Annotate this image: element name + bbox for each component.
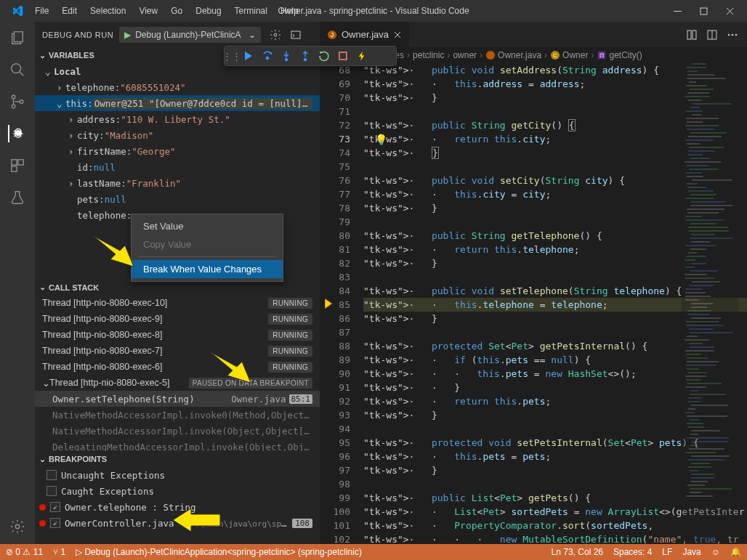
checkbox[interactable] — [50, 518, 60, 528]
stack-frame[interactable]: DelegatingMethodAccessorImpl.invoke(Obje… — [35, 439, 320, 451]
breadcrumb-item[interactable]: COwner — [550, 50, 588, 60]
menu-selection[interactable]: Selection — [84, 3, 132, 19]
breakpoint-dot-icon — [39, 520, 46, 527]
stack-frame[interactable]: NativeMethodAccessorImpl.invoke(Object,O… — [35, 423, 320, 439]
thread-row[interactable]: Thread [http-nio-8080-exec-10]RUNNING — [35, 295, 320, 311]
step-out-button[interactable] — [296, 46, 315, 65]
variable-row[interactable]: ›lastName: "Franklin" — [35, 175, 320, 191]
variable-row[interactable]: ›address: "110 W. Liberty St." — [35, 111, 320, 127]
compare-icon[interactable] — [686, 29, 698, 41]
search-icon[interactable] — [9, 61, 26, 78]
status-debug-target[interactable]: ▷ Debug (Launch)-PetClinicApplication<sp… — [76, 547, 362, 557]
continue-button[interactable] — [239, 46, 258, 65]
variable-row[interactable]: ›telephone: "6085551024" — [35, 79, 320, 95]
extensions-icon[interactable] — [9, 157, 26, 174]
svg-point-19 — [728, 33, 730, 36]
debug-icon[interactable] — [8, 125, 25, 142]
copy-value-item[interactable]: Copy Value — [132, 235, 283, 253]
status-bell-icon[interactable]: 🔔 — [730, 547, 741, 557]
breakpoint-row[interactable]: Caught Exceptions — [35, 483, 320, 499]
variable-row[interactable]: ›firstName: "George" — [35, 143, 320, 159]
minimap[interactable] — [682, 63, 738, 544]
menu-edit[interactable]: Edit — [56, 3, 83, 19]
split-editor-icon[interactable] — [706, 29, 718, 41]
debug-toolbar[interactable]: ⋮⋮ — [224, 46, 397, 66]
stack-frame[interactable]: NativeMethodAccessorImpl.invoke0(Method,… — [35, 407, 320, 423]
svg-point-22 — [486, 51, 495, 60]
variable-row[interactable]: id: null — [35, 159, 320, 175]
status-git[interactable]: ⑂ 1 — [53, 547, 65, 557]
svg-rect-17 — [693, 31, 696, 39]
breakpoint-dot-icon — [39, 504, 46, 511]
svg-point-4 — [12, 95, 15, 99]
svg-point-5 — [12, 105, 15, 108]
breakpoint-row[interactable]: Uncaught Exceptions — [35, 467, 320, 483]
close-button[interactable] — [725, 7, 734, 15]
lightbulb-icon[interactable]: 💡 — [375, 134, 387, 145]
callstack-header[interactable]: ⌄CALL STACK — [35, 280, 320, 295]
window-title: Owner.java - spring-petclinic - Visual S… — [278, 6, 469, 16]
step-into-button[interactable] — [277, 46, 296, 65]
breakpoint-row[interactable]: OwnerController.java src\main\java\org\s… — [35, 515, 320, 531]
drag-handle-icon[interactable]: ⋮⋮ — [225, 51, 239, 62]
breadcrumb-item[interactable]: petclinic — [413, 50, 444, 60]
maximize-button[interactable] — [699, 7, 708, 15]
svg-rect-2 — [14, 32, 23, 42]
explorer-icon[interactable] — [9, 29, 26, 46]
menu-view[interactable]: View — [133, 3, 163, 19]
vscode-logo-icon — [12, 5, 23, 17]
menu-debug[interactable]: Debug — [190, 3, 227, 19]
editor-area: J Owner.java …›work›samples›petclinic›ow… — [320, 22, 747, 544]
svg-point-20 — [732, 33, 734, 36]
svg-point-29 — [304, 59, 307, 61]
status-language[interactable]: Java — [682, 547, 700, 557]
step-over-button[interactable] — [258, 46, 277, 65]
more-icon[interactable] — [727, 29, 738, 41]
variable-row[interactable]: ›city: "Madison" — [35, 127, 320, 143]
checkbox[interactable] — [47, 486, 57, 496]
status-ln-col[interactable]: Ln 73, Col 26 — [552, 547, 603, 557]
hot-reload-button[interactable] — [352, 46, 371, 65]
debug-config-select[interactable]: ▶ Debug (Launch)-PetClinicA ⌄ — [119, 27, 261, 43]
breakpoints-header[interactable]: ⌄BREAKPOINTS — [35, 451, 320, 467]
menu-terminal[interactable]: Terminal — [229, 3, 273, 19]
stack-frame[interactable]: Owner.setTelephone(String)Owner.java85:1 — [35, 391, 320, 407]
minimize-button[interactable] — [673, 7, 682, 15]
status-feedback-icon[interactable]: ☺ — [711, 547, 720, 557]
breadcrumb-item[interactable]: Owner.java — [485, 50, 541, 60]
menu-file[interactable]: File — [29, 3, 54, 19]
menubar: FileEditSelectionViewGoDebugTerminalHelp — [29, 3, 304, 19]
test-icon[interactable] — [9, 189, 26, 206]
source-control-icon[interactable] — [9, 93, 26, 110]
set-value-item[interactable]: Set Value — [132, 217, 283, 235]
breadcrumb-item[interactable]: owner — [453, 50, 477, 60]
status-spaces[interactable]: Spaces: 4 — [613, 547, 652, 557]
tab-owner-java[interactable]: J Owner.java — [320, 22, 410, 47]
variable-row[interactable]: pets: null — [35, 191, 320, 207]
svg-text:J: J — [331, 31, 334, 38]
checkbox[interactable] — [50, 502, 60, 512]
restart-button[interactable] — [315, 46, 334, 65]
status-problems[interactable]: ⊘ 0 ⚠ 11 — [6, 547, 43, 557]
thread-row[interactable]: Thread [http-nio-8080-exec-9]RUNNING — [35, 311, 320, 327]
menu-go[interactable]: Go — [165, 3, 188, 19]
breakpoint-row[interactable]: Owner.telephone : String — [35, 499, 320, 515]
thread-row-paused[interactable]: ⌄Thread [http-nio-8080-exec-5]PAUSED ON … — [35, 375, 320, 391]
svg-rect-16 — [687, 31, 691, 39]
break-when-value-changes-item[interactable]: Break When Value Changes — [132, 260, 283, 278]
checkbox[interactable] — [47, 470, 57, 480]
thread-row[interactable]: Thread [http-nio-8080-exec-8]RUNNING — [35, 327, 320, 343]
close-icon[interactable] — [393, 31, 402, 39]
gear-icon[interactable] — [270, 29, 281, 41]
thread-row[interactable]: Thread [http-nio-8080-exec-7]RUNNING — [35, 343, 320, 359]
java-file-icon: J — [327, 30, 337, 40]
thread-row[interactable]: Thread [http-nio-8080-exec-6]RUNNING — [35, 359, 320, 375]
settings-icon[interactable] — [9, 518, 26, 535]
breadcrumb-item[interactable]: ⊡getCity() — [597, 50, 642, 60]
console-icon[interactable] — [290, 29, 302, 41]
svg-point-21 — [735, 33, 738, 36]
status-eol[interactable]: LF — [662, 547, 672, 557]
variable-row[interactable]: ⌄this: Owner@251 "[Owner@7ddce0cd id = [… — [35, 95, 320, 111]
stop-button[interactable] — [334, 46, 352, 65]
svg-rect-13 — [291, 31, 300, 38]
